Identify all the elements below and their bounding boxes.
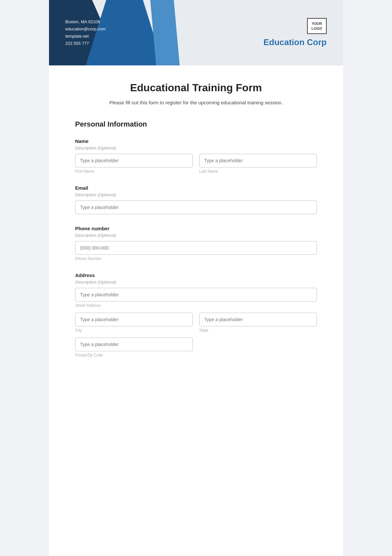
- first-name-wrap: First Name: [75, 154, 193, 174]
- zip-input[interactable]: [75, 338, 193, 351]
- header: Boston, MA 02108 education@corp.com temp…: [49, 0, 343, 65]
- name-label: Name: [75, 138, 317, 144]
- phone-description: Description (Optional): [75, 233, 317, 238]
- street-input[interactable]: [75, 288, 317, 302]
- email-input[interactable]: [75, 200, 317, 214]
- last-name-wrap: Last Name: [199, 154, 317, 174]
- address-line2: education@corp.com: [65, 26, 106, 33]
- header-contact-info: Boston, MA 02108 education@corp.com temp…: [65, 18, 106, 47]
- section-personal-title: Personal Information: [75, 120, 317, 129]
- field-group-name: Name Description (Optional) First Name L…: [75, 138, 317, 174]
- email-label: Email: [75, 185, 317, 191]
- address-line4: 222 555 777: [65, 40, 106, 47]
- last-name-input[interactable]: [199, 154, 317, 167]
- address-label: Address: [75, 272, 317, 278]
- logo-placeholder: YOUR LOGO: [307, 18, 327, 34]
- field-group-email: Email Description (Optional): [75, 185, 317, 214]
- zip-row: Postal/Zip Code: [75, 338, 317, 357]
- street-wrap: Street Address: [75, 288, 317, 308]
- first-name-sublabel: First Name: [75, 169, 193, 174]
- state-input[interactable]: [199, 313, 317, 326]
- phone-input[interactable]: [75, 241, 317, 255]
- state-wrap: State: [199, 313, 317, 333]
- city-wrap: City: [75, 313, 193, 333]
- field-group-address: Address Description (Optional) Street Ad…: [75, 272, 317, 357]
- company-name: Education Corp: [263, 37, 327, 47]
- form-subtitle: Please fill out this form to register fo…: [75, 100, 317, 105]
- email-wrap: [75, 200, 317, 214]
- field-group-phone: Phone number Description (Optional) Phon…: [75, 226, 317, 261]
- street-sublabel: Street Address: [75, 303, 317, 308]
- state-sublabel: State: [199, 328, 317, 333]
- city-state-row: City State: [75, 313, 317, 333]
- zip-sublabel: Postal/Zip Code: [75, 353, 193, 357]
- zip-wrap: Postal/Zip Code: [75, 338, 193, 357]
- city-input[interactable]: [75, 313, 193, 326]
- page: Boston, MA 02108 education@corp.com temp…: [49, 0, 343, 556]
- name-description: Description (Optional): [75, 146, 317, 150]
- email-description: Description (Optional): [75, 192, 317, 197]
- name-row: First Name Last Name: [75, 154, 317, 174]
- phone-wrap: Phone Number: [75, 241, 317, 261]
- phone-label: Phone number: [75, 226, 317, 231]
- header-brand: YOUR LOGO Education Corp: [263, 18, 327, 47]
- city-sublabel: City: [75, 328, 193, 333]
- first-name-input[interactable]: [75, 154, 193, 167]
- form-content: Educational Training Form Please fill ou…: [49, 65, 343, 385]
- phone-sublabel: Phone Number: [75, 256, 317, 261]
- address-line3: template.net: [65, 33, 106, 40]
- address-line1: Boston, MA 02108: [65, 18, 106, 26]
- form-title: Educational Training Form: [75, 82, 317, 94]
- last-name-sublabel: Last Name: [199, 169, 317, 174]
- address-description: Description (Optional): [75, 280, 317, 285]
